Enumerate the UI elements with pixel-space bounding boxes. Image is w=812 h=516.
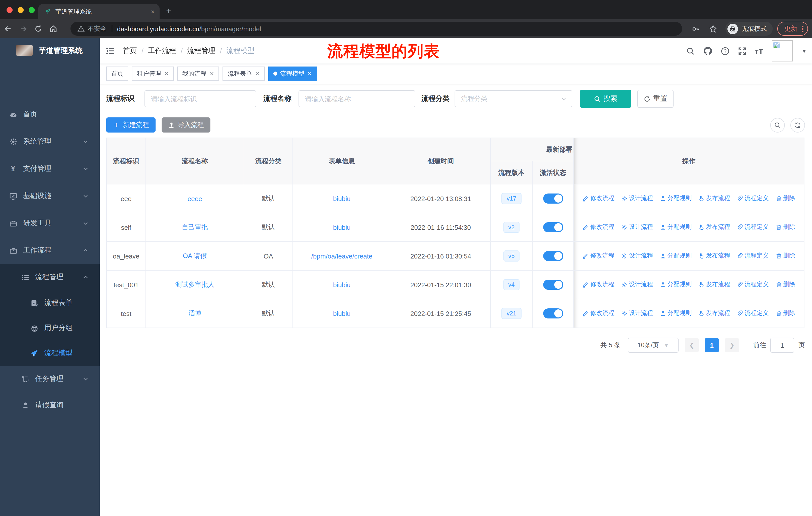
- help-icon[interactable]: ?: [721, 47, 729, 55]
- edit-process-link[interactable]: 修改流程: [583, 280, 614, 289]
- version-badge[interactable]: v21: [502, 308, 522, 319]
- home-icon[interactable]: [49, 25, 64, 33]
- design-process-link[interactable]: 设计流程: [621, 252, 653, 260]
- sidebar-item-dev-tools[interactable]: 研发工具: [0, 210, 100, 237]
- process-name-input[interactable]: [298, 90, 415, 107]
- close-icon[interactable]: ✕: [255, 70, 260, 77]
- active-toggle[interactable]: [543, 193, 563, 203]
- sidebar-item-home[interactable]: 首页: [0, 101, 100, 128]
- create-process-button[interactable]: ＋ 新建流程: [106, 117, 155, 133]
- form-info-link[interactable]: biubiu: [333, 310, 350, 317]
- close-icon[interactable]: ✕: [307, 70, 312, 77]
- delete-process-link[interactable]: 删除: [776, 309, 795, 318]
- delete-process-link[interactable]: 删除: [776, 280, 795, 289]
- search-button[interactable]: 搜索: [580, 90, 631, 108]
- sidebar-logo[interactable]: 芋道管理系统: [0, 38, 100, 58]
- update-label[interactable]: 更新: [784, 24, 798, 33]
- sidebar-item-process-form[interactable]: 流程表单: [0, 290, 100, 316]
- publish-process-link[interactable]: 发布流程: [698, 309, 730, 318]
- breadcrumb-workflow[interactable]: 工作流程: [148, 46, 176, 55]
- design-process-link[interactable]: 设计流程: [621, 223, 653, 232]
- process-definition-link[interactable]: 流程定义: [737, 252, 769, 260]
- form-info-link[interactable]: biubiu: [333, 281, 350, 289]
- update-button[interactable]: 更新: [777, 22, 808, 36]
- avatar-broken-image[interactable]: [772, 40, 793, 61]
- process-definition-link[interactable]: 流程定义: [737, 280, 769, 289]
- zoom-window-button[interactable]: [29, 7, 35, 13]
- browser-menu-icon[interactable]: [802, 25, 804, 32]
- back-icon[interactable]: [4, 25, 19, 33]
- bookmark-star-icon[interactable]: [709, 24, 717, 33]
- form-info-link[interactable]: biubiu: [333, 223, 350, 231]
- reload-icon[interactable]: [34, 25, 49, 33]
- caret-down-icon[interactable]: ▼: [802, 48, 807, 54]
- sidebar-item-process-model[interactable]: 流程模型: [0, 341, 100, 366]
- process-name-link[interactable]: 测试多审批人: [175, 281, 214, 288]
- design-process-link[interactable]: 设计流程: [621, 194, 653, 203]
- process-name-link[interactable]: 滔博: [188, 309, 201, 317]
- delete-process-link[interactable]: 删除: [776, 252, 795, 260]
- edit-process-link[interactable]: 修改流程: [583, 252, 614, 260]
- active-toggle[interactable]: [543, 308, 563, 319]
- tab-close-icon[interactable]: ×: [151, 8, 154, 16]
- sidebar-item-infrastructure[interactable]: 基础设施: [0, 183, 100, 210]
- assign-rule-link[interactable]: 分配规则: [660, 252, 691, 260]
- github-icon[interactable]: [703, 46, 712, 55]
- design-process-link[interactable]: 设计流程: [621, 309, 653, 318]
- publish-process-link[interactable]: 发布流程: [698, 223, 730, 232]
- address-bar[interactable]: 不安全 dashboard.yudao.iocoder.cn/bpm/manag…: [70, 22, 682, 36]
- page-size-select[interactable]: 10条/页 ▼: [628, 337, 678, 353]
- sidebar-fold-icon[interactable]: [106, 46, 115, 55]
- prev-page-button[interactable]: ❮: [685, 338, 699, 352]
- version-badge[interactable]: v17: [502, 193, 522, 204]
- tag-home[interactable]: 首页: [106, 66, 128, 81]
- security-label[interactable]: 不安全: [88, 24, 107, 33]
- delete-process-link[interactable]: 删除: [776, 223, 795, 232]
- breadcrumb-process-management[interactable]: 流程管理: [187, 46, 215, 55]
- minimize-window-button[interactable]: [18, 7, 24, 13]
- tag-process-form[interactable]: 流程表单 ✕: [223, 66, 265, 81]
- breadcrumb-home[interactable]: 首页: [123, 46, 137, 55]
- close-window-button[interactable]: [6, 7, 12, 13]
- current-page-button[interactable]: 1: [705, 338, 719, 352]
- process-definition-link[interactable]: 流程定义: [737, 223, 769, 232]
- reset-button[interactable]: 重置: [637, 90, 673, 108]
- key-icon[interactable]: [691, 24, 700, 33]
- edit-process-link[interactable]: 修改流程: [583, 194, 614, 203]
- show-search-button[interactable]: [770, 118, 785, 132]
- forward-icon[interactable]: [19, 25, 34, 33]
- process-key-input[interactable]: [144, 90, 256, 107]
- edit-process-link[interactable]: 修改流程: [583, 309, 614, 318]
- browser-tab[interactable]: 芋道管理系统 ×: [38, 4, 160, 19]
- form-info-link[interactable]: biubiu: [333, 195, 350, 202]
- close-icon[interactable]: ✕: [164, 70, 169, 77]
- publish-process-link[interactable]: 发布流程: [698, 252, 730, 260]
- assign-rule-link[interactable]: 分配规则: [660, 309, 691, 318]
- publish-process-link[interactable]: 发布流程: [698, 194, 730, 203]
- font-size-icon[interactable]: ᴛT: [755, 47, 763, 55]
- tag-my-process[interactable]: 我的流程 ✕: [177, 66, 219, 81]
- search-icon[interactable]: [686, 47, 694, 55]
- sidebar-item-system[interactable]: 系统管理: [0, 128, 100, 155]
- tag-process-model[interactable]: 流程模型 ✕: [268, 66, 317, 81]
- process-name-link[interactable]: 自己审批: [182, 223, 208, 231]
- version-badge[interactable]: v5: [503, 250, 520, 262]
- sidebar-item-user-group[interactable]: 用户分组: [0, 316, 100, 341]
- fullscreen-icon[interactable]: [738, 47, 746, 55]
- publish-process-link[interactable]: 发布流程: [698, 280, 730, 289]
- delete-process-link[interactable]: 删除: [776, 194, 795, 203]
- assign-rule-link[interactable]: 分配规则: [660, 280, 691, 289]
- active-toggle[interactable]: [543, 222, 563, 232]
- new-tab-button[interactable]: +: [166, 6, 171, 15]
- version-badge[interactable]: v4: [503, 279, 520, 290]
- refresh-table-button[interactable]: [790, 118, 805, 132]
- process-definition-link[interactable]: 流程定义: [737, 309, 769, 318]
- active-toggle[interactable]: [543, 280, 563, 290]
- next-page-button[interactable]: ❯: [725, 338, 739, 352]
- sidebar-item-task-management[interactable]: 任务管理: [0, 366, 100, 392]
- version-badge[interactable]: v2: [503, 222, 520, 233]
- process-category-select[interactable]: 流程分类: [455, 90, 572, 107]
- design-process-link[interactable]: 设计流程: [621, 280, 653, 289]
- tag-tenant-management[interactable]: 租户管理 ✕: [132, 66, 174, 81]
- import-process-button[interactable]: 导入流程: [162, 117, 210, 133]
